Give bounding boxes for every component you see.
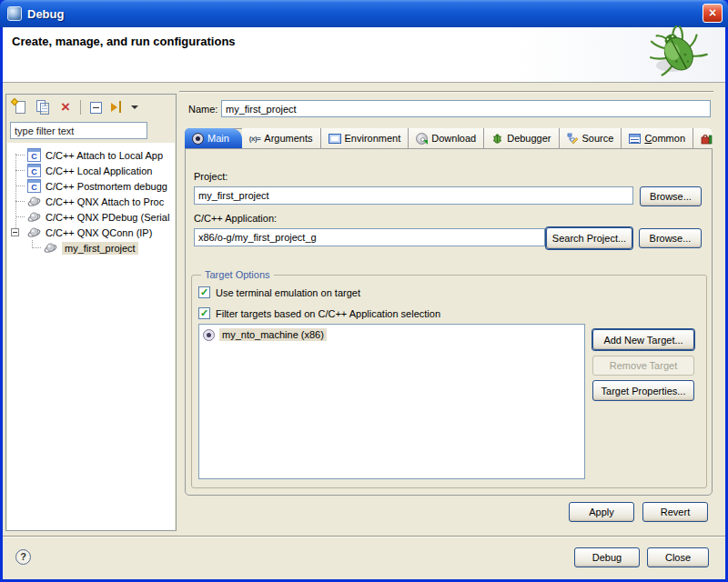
qnx-sphere-icon (27, 226, 41, 239)
tree-item-label: C/C++ QNX Attach to Proc (46, 196, 164, 207)
tab-main[interactable]: Main (185, 128, 242, 148)
name-input[interactable] (221, 100, 711, 117)
tree-item-postmortem[interactable]: C C/C++ Postmortem debugg (7, 178, 175, 194)
c-application-icon: C (27, 164, 41, 177)
tools-toolbox-icon (701, 133, 713, 145)
qnx-sphere-icon (27, 195, 41, 208)
target-list-item[interactable]: my_nto_machine (x86) (203, 328, 327, 341)
delete-x-icon: × (61, 100, 70, 115)
download-disc-icon (416, 133, 428, 145)
tab-tools[interactable]: Tools (693, 128, 713, 148)
footer-separator-highlight (3, 537, 725, 537)
dialog-header-title: Create, manage, and run configurations (12, 35, 236, 48)
common-table-icon (629, 134, 641, 144)
close-window-button[interactable]: × (703, 4, 723, 23)
debug-button[interactable]: Debug (574, 547, 640, 567)
tree-item-qnx-attach[interactable]: C/C++ QNX Attach to Proc (7, 194, 175, 209)
tree-item-label: C/C++ QNX QConn (IP) (46, 227, 152, 238)
qnx-sphere-icon (44, 241, 57, 255)
tree-item-label: C/C++ QNX PDebug (Serial (46, 212, 169, 223)
qnx-sphere-icon (27, 210, 41, 224)
use-terminal-emulation-checkbox[interactable]: ✓ (198, 286, 210, 298)
window-icon (7, 6, 22, 21)
collapse-box-icon (90, 102, 102, 114)
tree-item-label: C/C++ Local Application (46, 166, 152, 176)
apply-button[interactable]: Apply (569, 502, 634, 522)
new-configuration-icon[interactable] (12, 99, 28, 115)
tab-environment[interactable]: Environment (321, 128, 410, 148)
titlebar[interactable]: Debug × (0, 0, 728, 27)
launch-config-sidebar: × C C/C++ Attach to Local App C C/C++ Lo… (5, 94, 177, 531)
c-application-icon: C (27, 148, 41, 162)
targets-list[interactable]: my_nto_machine (x86) (198, 324, 585, 479)
main-target-icon (192, 133, 204, 145)
tab-common[interactable]: Common (622, 128, 693, 148)
page-front-icon (40, 103, 49, 115)
collapse-all-icon[interactable] (87, 99, 104, 115)
toolbar-separator (80, 100, 81, 115)
delete-configuration-icon[interactable]: × (57, 99, 74, 115)
right-panel-top-border-highlight (179, 92, 713, 93)
filter-arrow-icon (111, 103, 117, 112)
tab-download[interactable]: Download (409, 128, 484, 148)
target-item-label: my_nto_machine (x86) (219, 328, 327, 341)
project-label: Project: (194, 171, 228, 182)
filter-targets-label[interactable]: Filter targets based on C/C++ Applicatio… (216, 308, 440, 319)
tree-item-qnx-pdebug[interactable]: C/C++ QNX PDebug (Serial (7, 209, 175, 225)
configurations-tree: C C/C++ Attach to Local App C C/C++ Loca… (7, 143, 175, 530)
debug-dialog-window: Debug × Create, manage, and run configur… (0, 0, 728, 582)
dialog-header: Create, manage, and run configurations (3, 27, 725, 82)
revert-button[interactable]: Revert (642, 502, 708, 522)
application-input[interactable] (194, 228, 545, 246)
duplicate-configuration-icon[interactable] (35, 99, 51, 115)
add-new-target-button[interactable]: Add New Target... (592, 329, 694, 350)
close-button[interactable]: Close (647, 547, 709, 567)
source-tree-pencil-icon (567, 133, 579, 145)
tab-arguments[interactable]: (x)= Arguments (242, 128, 321, 148)
sidebar-toolbar: × (12, 97, 138, 117)
tab-debugger[interactable]: Debugger (484, 128, 559, 148)
search-project-button[interactable]: Search Project... (546, 227, 632, 249)
tree-item-my-first-project[interactable]: my_first_project (7, 240, 175, 256)
target-options-title: Target Options (201, 269, 274, 280)
tree-collapse-minus-icon[interactable] (11, 228, 19, 236)
environment-monitor-icon (329, 134, 341, 144)
application-label: C/C++ Application: (194, 213, 277, 224)
target-properties-button[interactable]: Target Properties... (592, 380, 694, 401)
tree-item-qnx-qconn[interactable]: C/C++ QNX QConn (IP) (7, 225, 175, 240)
target-machine-icon (203, 329, 215, 341)
config-tab-strip: Main (x)= Arguments Environment Download (185, 128, 713, 149)
type-filter-input[interactable] (10, 122, 147, 139)
tab-source[interactable]: Source (560, 128, 622, 148)
c-application-icon: C (27, 179, 41, 193)
filter-targets-checkbox[interactable]: ✓ (198, 307, 210, 319)
filter-bar-icon (119, 101, 121, 113)
name-label: Name: (188, 104, 217, 115)
tree-item-label: C/C++ Postmortem debugg (46, 181, 167, 192)
remove-target-button[interactable]: Remove Target (592, 356, 694, 376)
project-input[interactable] (194, 186, 633, 205)
filter-launch-configurations-icon[interactable] (110, 99, 126, 115)
arguments-icon: (x)= (249, 135, 260, 143)
tree-item-local-application[interactable]: C C/C++ Local Application (7, 163, 175, 178)
filter-menu-chevron-down-icon[interactable] (131, 105, 138, 109)
help-button[interactable]: ? (15, 549, 31, 565)
window-title: Debug (27, 7, 64, 21)
tree-item-label: C/C++ Attach to Local App (46, 150, 163, 161)
debugger-bug-icon (491, 133, 503, 145)
bug-illustration-icon (639, 25, 712, 82)
tree-item-attach-local[interactable]: C C/C++ Attach to Local App (7, 147, 175, 163)
use-terminal-emulation-label[interactable]: Use terminal emulation on target (216, 287, 360, 298)
application-browse-button[interactable]: Browse... (639, 228, 702, 248)
tree-item-label-selected: my_first_project (62, 242, 138, 255)
project-browse-button[interactable]: Browse... (640, 186, 702, 206)
